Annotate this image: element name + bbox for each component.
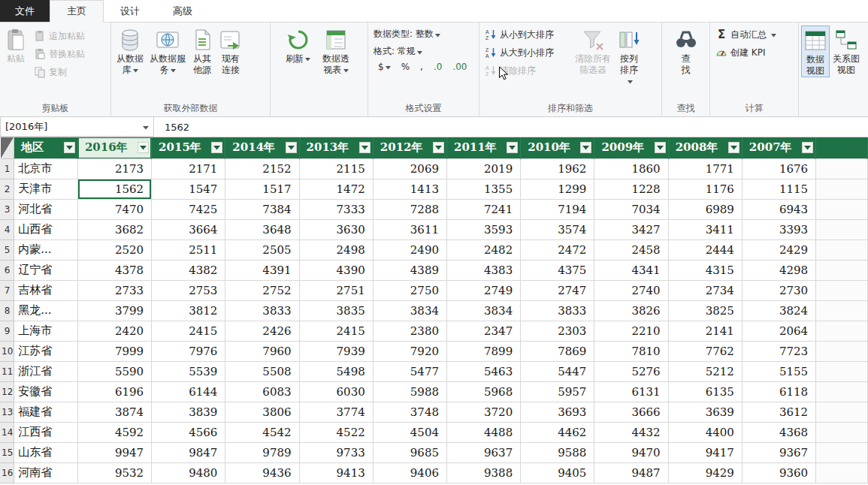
data-cell[interactable]: 5477	[373, 361, 446, 381]
row-number[interactable]: 9	[1, 321, 14, 341]
sort-ascending-button[interactable]: AZ 从小到大排序	[482, 26, 570, 44]
data-cell[interactable]: 3427	[594, 219, 668, 239]
data-cell[interactable]: 7288	[373, 199, 446, 219]
data-cell[interactable]: 3833	[225, 300, 299, 321]
data-cell[interactable]: 4382	[152, 260, 225, 280]
data-cell[interactable]: 1115	[742, 179, 815, 199]
data-cell[interactable]: 3748	[373, 402, 446, 422]
data-cell[interactable]: 3833	[521, 300, 594, 321]
clear-all-filters-button[interactable]: 清除所有筛选器	[572, 26, 614, 76]
data-cell[interactable]: 1472	[299, 179, 373, 199]
data-cell[interactable]: 7899	[446, 341, 520, 361]
data-cell[interactable]: 2733	[77, 280, 151, 300]
data-cell[interactable]: 7939	[299, 341, 373, 361]
data-cell[interactable]: 3666	[594, 402, 668, 422]
data-cell[interactable]: 9847	[152, 442, 225, 462]
data-cell[interactable]: 2171	[152, 158, 225, 179]
data-cell[interactable]: 2505	[225, 239, 299, 260]
column-header-year[interactable]: 2010年	[521, 137, 594, 158]
filter-dropdown-icon[interactable]	[802, 142, 813, 153]
data-cell[interactable]: 2415	[299, 321, 373, 341]
data-cell[interactable]: 3812	[152, 300, 225, 321]
region-cell[interactable]: 山东省	[14, 442, 78, 462]
data-cell[interactable]: 2752	[225, 280, 299, 300]
data-cell[interactable]: 5988	[373, 381, 446, 402]
thousands-separator-button[interactable]: ,	[416, 60, 428, 74]
data-cell[interactable]: 4390	[299, 260, 373, 280]
filter-dropdown-icon[interactable]	[138, 142, 149, 153]
format-dropdown[interactable]: 格式: 常规	[370, 43, 476, 60]
data-cell[interactable]: 2482	[446, 239, 520, 260]
data-cell[interactable]: 3839	[152, 402, 225, 422]
data-cell[interactable]: 2747	[521, 280, 594, 300]
data-cell[interactable]: 5957	[521, 381, 594, 402]
data-cell[interactable]: 7384	[225, 199, 299, 219]
data-cell[interactable]: 2740	[594, 280, 668, 300]
data-cell[interactable]: 3612	[742, 402, 815, 422]
data-cell[interactable]: 9470	[594, 442, 668, 462]
pivottable-button[interactable]: 数据透视表	[318, 26, 354, 76]
data-cell[interactable]: 2750	[373, 280, 446, 300]
data-cell[interactable]: 9413	[299, 462, 373, 483]
data-cell[interactable]: 7869	[521, 341, 594, 361]
data-cell[interactable]: 2751	[299, 280, 373, 300]
formula-value[interactable]: 1562	[154, 117, 868, 137]
data-cell[interactable]: 3720	[446, 402, 520, 422]
data-cell[interactable]: 2426	[225, 321, 299, 341]
data-cell[interactable]: 5447	[521, 361, 594, 381]
data-cell[interactable]: 7810	[594, 341, 668, 361]
data-cell[interactable]: 9487	[594, 462, 668, 483]
column-header-year[interactable]: 2012年	[373, 137, 446, 158]
data-cell[interactable]: 2069	[373, 158, 446, 179]
clear-sort-button[interactable]: AZ 清除排序	[482, 62, 570, 80]
data-cell[interactable]: 2472	[521, 239, 594, 260]
name-box[interactable]: [2016年]	[0, 117, 154, 137]
data-cell[interactable]: 9685	[373, 442, 446, 462]
from-data-service-button[interactable]: 从数据服务	[148, 26, 187, 76]
data-cell[interactable]: 9417	[668, 442, 742, 462]
data-cell[interactable]: 6135	[668, 381, 742, 402]
data-cell[interactable]: 7762	[668, 341, 742, 361]
filter-dropdown-icon[interactable]	[580, 142, 591, 153]
data-cell[interactable]: 3682	[77, 219, 151, 239]
column-header-year[interactable]: 2015年	[152, 137, 225, 158]
data-cell[interactable]: 6131	[594, 381, 668, 402]
data-cell[interactable]: 2115	[299, 158, 373, 179]
row-number[interactable]: 11	[1, 361, 14, 381]
tab-advanced[interactable]: 高级	[156, 0, 209, 22]
data-cell[interactable]: 7194	[521, 199, 594, 219]
data-cell[interactable]: 3593	[446, 219, 520, 239]
increase-decimal-button[interactable]: .0	[429, 60, 446, 74]
row-number[interactable]: 8	[1, 300, 14, 321]
data-cell[interactable]: 3824	[742, 300, 815, 321]
data-cell[interactable]: 4383	[446, 260, 520, 280]
region-cell[interactable]: 河南省	[14, 462, 78, 483]
data-cell[interactable]: 1676	[742, 158, 815, 179]
filter-dropdown-icon[interactable]	[433, 142, 444, 153]
data-cell[interactable]: 2444	[668, 239, 742, 260]
region-cell[interactable]: 福建省	[14, 402, 78, 422]
from-database-button[interactable]: 从数据库	[113, 26, 147, 76]
data-cell[interactable]: 2141	[668, 321, 742, 341]
data-cell[interactable]: 7333	[299, 199, 373, 219]
filter-dropdown-icon[interactable]	[507, 142, 518, 153]
data-cell[interactable]: 6943	[742, 199, 815, 219]
data-cell[interactable]: 4341	[594, 260, 668, 280]
data-cell[interactable]: 9947	[77, 442, 151, 462]
sort-descending-button[interactable]: ZA 从大到小排序	[482, 44, 570, 62]
data-cell[interactable]: 7425	[152, 199, 225, 219]
data-cell[interactable]: 6083	[225, 381, 299, 402]
region-cell[interactable]: 河北省	[14, 199, 78, 219]
data-cell[interactable]: 3630	[299, 219, 373, 239]
data-cell[interactable]: 2520	[77, 239, 151, 260]
select-all-corner[interactable]	[1, 137, 14, 158]
data-cell[interactable]: 7723	[742, 341, 815, 361]
row-number[interactable]: 6	[1, 260, 14, 280]
data-cell[interactable]: 2152	[225, 158, 299, 179]
data-cell[interactable]: 4391	[225, 260, 299, 280]
filter-dropdown-icon[interactable]	[728, 142, 739, 153]
data-cell[interactable]: 9480	[152, 462, 225, 483]
data-cell[interactable]: 2730	[742, 280, 815, 300]
data-cell[interactable]: 2173	[77, 158, 151, 179]
sort-by-column-button[interactable]: 按列排序	[615, 26, 643, 87]
